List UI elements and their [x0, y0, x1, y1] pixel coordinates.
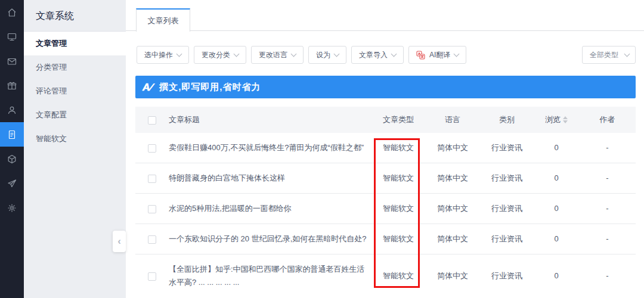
sidebar-item-comment-management[interactable]: 评论管理 — [24, 79, 126, 103]
article-author: - — [579, 198, 636, 219]
dropdown-label: 文章导入 — [359, 50, 388, 60]
checkbox-cell — [135, 168, 169, 188]
banner-text: 撰文,即写即用,省时省力 — [159, 82, 261, 93]
article-type: 智能软文 — [371, 229, 425, 249]
column-header-type: 文章类型 — [371, 110, 425, 130]
article-type: 智能软文 — [371, 266, 425, 286]
sort-views-control[interactable] — [563, 116, 568, 123]
tab-bar: 文章列表 — [126, 0, 644, 31]
rail-item-home[interactable] — [0, 0, 24, 24]
row-checkbox[interactable] — [148, 272, 156, 281]
row-checkbox[interactable] — [148, 235, 156, 244]
article-category: 行业资讯 — [480, 229, 534, 249]
table-header-row: 文章标题 文章类型 语言 类别 浏览 作者 — [135, 107, 636, 133]
checkbox-cell — [135, 198, 169, 219]
article-type: 智能软文 — [371, 138, 425, 158]
rail-item-monitor[interactable] — [0, 24, 24, 49]
chevron-down-icon — [624, 51, 630, 57]
article-title[interactable]: 卖假鞋日赚400万,不买就后悔终生?莆田为何成“假鞋之都” — [169, 138, 371, 158]
ai-translate-dropdown[interactable]: AI翻译 — [408, 46, 466, 64]
article-language: 简体中文 — [425, 138, 480, 158]
change-language-dropdown[interactable]: 更改语言 — [251, 46, 304, 64]
sidebar-item-smart-articles[interactable]: 智能软文 — [24, 127, 126, 151]
rail-item-articles[interactable] — [0, 122, 24, 147]
set-as-dropdown[interactable]: 设为 — [308, 46, 346, 64]
table-body: 卖假鞋日赚400万,不买就后悔终生?莆田为何成“假鞋之都” 智能软文 简体中文 … — [135, 133, 636, 297]
column-header-author: 作者 — [579, 110, 636, 130]
dropdown-label: AI翻译 — [429, 50, 450, 60]
chevron-down-icon — [454, 51, 460, 57]
icon-rail — [0, 0, 24, 298]
article-views: 0 — [534, 266, 579, 286]
article-language: 简体中文 — [425, 168, 480, 188]
chevron-down-icon — [391, 51, 397, 57]
article-import-dropdown[interactable]: 文章导入 — [351, 46, 404, 64]
article-table: 文章标题 文章类型 语言 类别 浏览 作者 卖假鞋日赚400万,不买就后悔终生?… — [135, 107, 636, 297]
tab-article-list[interactable]: 文章列表 — [136, 8, 190, 32]
type-filter-select[interactable]: 全部类型 — [582, 46, 636, 64]
article-category: 行业资讯 — [480, 168, 534, 188]
sidebar-item-article-config[interactable]: 文章配置 — [24, 103, 126, 127]
chevron-down-icon — [177, 51, 182, 57]
chevron-down-icon — [234, 51, 240, 57]
rail-item-gift[interactable] — [0, 73, 24, 98]
article-language: 简体中文 — [425, 229, 480, 249]
checkbox-cell — [135, 229, 169, 249]
chevron-left-icon: ‹ — [117, 235, 121, 247]
article-author: - — [579, 138, 636, 158]
article-language: 简体中文 — [425, 266, 480, 286]
header-checkbox-cell — [135, 110, 169, 130]
gift-icon — [7, 80, 17, 91]
ai-pen-icon: A∕ — [143, 82, 153, 92]
mail-icon — [7, 56, 17, 67]
sidebar-item-category-management[interactable]: 分类管理 — [24, 55, 126, 79]
column-header-language: 语言 — [425, 110, 480, 130]
table-row: 卖假鞋日赚400万,不买就后悔终生?莆田为何成“假鞋之都” 智能软文 简体中文 … — [135, 133, 636, 163]
chevron-down-icon — [291, 51, 297, 57]
sidebar: 文章系统 文章管理 分类管理 评论管理 文章配置 智能软文 — [24, 0, 126, 298]
article-title[interactable]: 水泥的5种用法,把温暖的一面都给你 — [169, 198, 371, 219]
sidebar-collapse-button[interactable]: ‹ — [113, 231, 126, 252]
article-author: - — [579, 266, 636, 286]
dropdown-label: 设为 — [316, 50, 330, 60]
toolbar: 选中操作 更改分类 更改语言 设为 文章导入 AI翻译 全部类型 — [137, 46, 636, 64]
dropdown-label: 选中操作 — [144, 50, 173, 60]
table-row: 【全面比拼】知乎:中国和巴西哪个国家的普通老百姓生活水平高? ... ... .… — [135, 254, 636, 297]
rail-item-mail[interactable] — [0, 49, 24, 73]
sidebar-title: 文章系统 — [24, 0, 126, 32]
article-title[interactable]: 一个东欧知识分子的 20 世纪回忆录,如何在黑暗时代自处? — [169, 229, 371, 249]
sort-desc-icon — [563, 120, 568, 123]
article-author: - — [579, 229, 636, 249]
selected-actions-dropdown[interactable]: 选中操作 — [137, 46, 189, 64]
change-category-dropdown[interactable]: 更改分类 — [194, 46, 246, 64]
chevron-down-icon — [334, 51, 340, 57]
rail-item-send[interactable] — [0, 171, 24, 195]
article-type: 智能软文 — [371, 198, 425, 219]
row-checkbox[interactable] — [148, 175, 156, 183]
row-checkbox[interactable] — [148, 205, 156, 213]
article-views: 0 — [534, 229, 579, 249]
article-views: 0 — [534, 198, 579, 219]
rail-item-settings[interactable] — [0, 195, 24, 220]
select-all-checkbox[interactable] — [148, 116, 156, 125]
translate-icon — [416, 51, 425, 60]
ai-writing-banner[interactable]: A∕ 撰文,即写即用,省时省力 — [135, 76, 636, 98]
article-language: 简体中文 — [425, 198, 480, 219]
main-content: 文章列表 选中操作 更改分类 更改语言 设为 文章导入 AI翻译 — [126, 0, 644, 298]
gear-icon — [7, 203, 17, 213]
article-title[interactable]: 【全面比拼】知乎:中国和巴西哪个国家的普通老百姓生活水平高? ... ... .… — [169, 259, 371, 293]
send-icon — [7, 178, 17, 189]
checkbox-cell — [135, 138, 169, 158]
rail-item-user[interactable] — [0, 98, 24, 122]
sort-asc-icon — [563, 116, 568, 119]
row-checkbox[interactable] — [148, 144, 156, 153]
table-row: 水泥的5种用法,把温暖的一面都给你 智能软文 简体中文 行业资讯 0 - — [135, 194, 636, 224]
checkbox-cell — [135, 266, 169, 286]
sidebar-item-article-management[interactable]: 文章管理 — [24, 32, 126, 55]
dropdown-label: 更改分类 — [202, 50, 230, 60]
article-title[interactable]: 特朗普藏身的白宫地下掩体长这样 — [169, 168, 371, 188]
article-category: 行业资讯 — [480, 266, 534, 286]
monitor-icon — [7, 32, 17, 42]
rail-item-cube[interactable] — [0, 147, 24, 171]
column-header-category: 类别 — [480, 110, 534, 130]
